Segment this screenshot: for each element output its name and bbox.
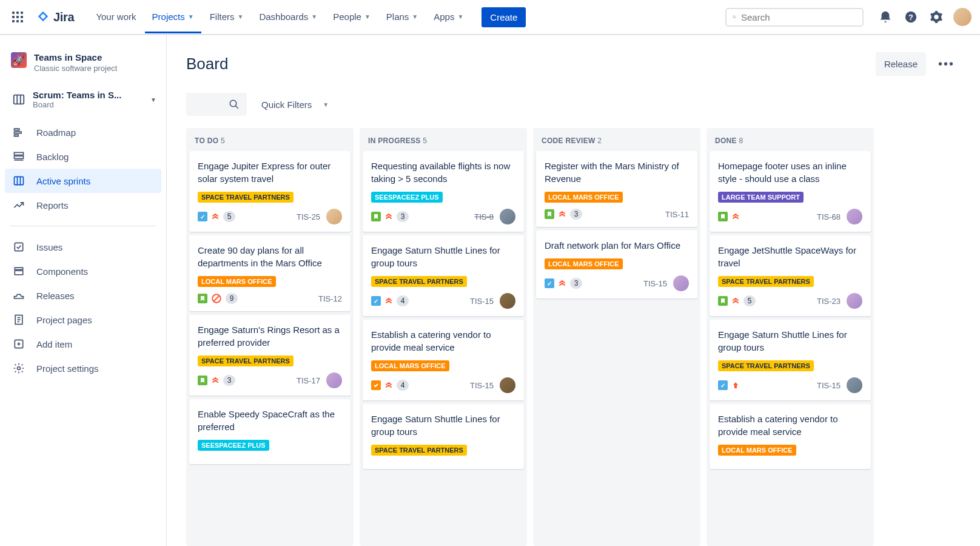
jira-logo[interactable]: Jira: [36, 10, 74, 24]
issue-key[interactable]: TIS-15: [817, 381, 841, 390]
quick-filters[interactable]: Quick Filters ▼: [261, 99, 329, 110]
issue-key[interactable]: TIS-23: [817, 297, 841, 306]
issue-key[interactable]: TIS-17: [297, 376, 320, 385]
issue-type-icon: ✓: [371, 296, 381, 306]
card-footer: ✓4TIS-15: [371, 293, 515, 309]
help-icon[interactable]: ?: [902, 8, 919, 25]
issue-key[interactable]: TIS-15: [470, 381, 494, 390]
issue-card[interactable]: Establish a catering vendor to provide m…: [710, 404, 871, 469]
issue-key[interactable]: TIS-15: [643, 279, 667, 288]
sidebar-item-releases[interactable]: Releases: [5, 283, 161, 308]
priority-icon: [384, 381, 393, 389]
issue-type-icon: [198, 294, 207, 303]
epic-label[interactable]: LOCAL MARS OFFICE: [198, 276, 276, 287]
nav-plans[interactable]: Plans▼: [379, 1, 425, 33]
epic-label[interactable]: SPACE TRAVEL PARTNERS: [198, 192, 294, 203]
card-title: Enable Speedy SpaceCraft as the preferre…: [198, 408, 342, 433]
svg-rect-16: [15, 243, 22, 251]
issue-key[interactable]: TIS-11: [665, 210, 689, 219]
page-title: Board: [186, 55, 228, 73]
more-button[interactable]: •••: [932, 52, 961, 76]
issue-card[interactable]: Register with the Mars Ministry of Reven…: [536, 151, 697, 227]
assignee-avatar[interactable]: [847, 293, 862, 309]
epic-label[interactable]: SPACE TRAVEL PARTNERS: [371, 445, 467, 456]
sidebar-item-components[interactable]: Components: [5, 259, 161, 283]
assignee-avatar[interactable]: [847, 377, 862, 393]
issue-card[interactable]: Homepage footer uses an inline style - s…: [710, 151, 871, 232]
issue-key[interactable]: TIS-12: [318, 294, 342, 303]
card-title: Engage Saturn Shuttle Lines for group to…: [718, 328, 862, 354]
epic-label[interactable]: SPACE TRAVEL PARTNERS: [718, 360, 814, 371]
svg-line-28: [235, 106, 238, 109]
assignee-avatar[interactable]: [673, 275, 689, 291]
nav-projects[interactable]: Projects▼: [145, 1, 201, 33]
assignee-avatar[interactable]: [500, 293, 515, 309]
issue-card[interactable]: Engage Saturn Shuttle Lines for group to…: [710, 320, 871, 400]
project-header[interactable]: 🚀 Teams in Space Classic software projec…: [5, 47, 161, 84]
sidebar-item-issues[interactable]: Issues: [5, 235, 161, 259]
sidebar-item-reports[interactable]: Reports: [5, 193, 161, 217]
nav-apps[interactable]: Apps▼: [426, 1, 471, 33]
issue-type-icon: [718, 296, 728, 306]
app-switcher-icon[interactable]: [8, 8, 27, 26]
release-button[interactable]: Release: [876, 52, 926, 76]
assignee-avatar[interactable]: [500, 209, 515, 224]
issue-card[interactable]: Engage Saturn Shuttle Lines for group to…: [363, 235, 524, 316]
epic-label[interactable]: LOCAL MARS OFFICE: [545, 258, 623, 269]
epic-label[interactable]: SPACE TRAVEL PARTNERS: [198, 356, 294, 366]
pages-icon: [12, 314, 25, 326]
nav-filters[interactable]: Filters▼: [203, 1, 251, 33]
epic-label[interactable]: SPACE TRAVEL PARTNERS: [371, 276, 467, 287]
svg-rect-9: [15, 135, 19, 136]
settings-icon[interactable]: [928, 8, 945, 25]
assignee-avatar[interactable]: [326, 372, 342, 388]
sidebar-item-roadmap[interactable]: Roadmap: [5, 120, 161, 144]
issue-key[interactable]: TIS-8: [474, 212, 494, 221]
issue-card[interactable]: Establish a catering vendor to provide m…: [363, 320, 524, 400]
assignee-avatar[interactable]: [500, 377, 515, 393]
issue-card[interactable]: Requesting available flights is now taki…: [363, 151, 524, 232]
epic-label[interactable]: SPACE TRAVEL PARTNERS: [718, 276, 814, 287]
issue-card[interactable]: Engage Jupiter Express for outer solar s…: [189, 151, 351, 232]
issue-key[interactable]: TIS-68: [817, 212, 841, 221]
column-header: DONE 8: [706, 128, 874, 151]
issue-key[interactable]: TIS-25: [297, 212, 320, 221]
search-input[interactable]: [741, 12, 856, 22]
epic-label[interactable]: LOCAL MARS OFFICE: [545, 192, 623, 203]
create-button[interactable]: Create: [482, 7, 526, 27]
epic-label[interactable]: SEESPACEEZ PLUS: [371, 192, 443, 203]
nav-people[interactable]: People▼: [326, 1, 378, 33]
nav-dashboards[interactable]: Dashboards▼: [252, 1, 324, 33]
assignee-avatar[interactable]: [326, 209, 342, 224]
issue-card[interactable]: Engage JetShuttle SpaceWays for travelSP…: [710, 235, 871, 316]
chevron-down-icon: ▼: [457, 13, 463, 20]
sidebar-item-project-pages[interactable]: Project pages: [5, 308, 161, 332]
sidebar-item-backlog[interactable]: Backlog: [5, 144, 161, 169]
nav-your-work[interactable]: Your work: [89, 1, 143, 33]
issue-card[interactable]: Enable Speedy SpaceCraft as the preferre…: [189, 399, 351, 464]
column-header: CODE REVIEW 2: [533, 128, 700, 151]
roadmap-icon: [12, 126, 25, 138]
story-points: 4: [397, 295, 409, 306]
global-search[interactable]: [725, 8, 864, 27]
epic-label[interactable]: LOCAL MARS OFFICE: [371, 360, 449, 371]
sidebar-item-active-sprints[interactable]: Active sprints: [5, 169, 161, 193]
epic-label[interactable]: LARGE TEAM SUPPORT: [718, 192, 804, 203]
board-selector[interactable]: Scrum: Teams in S... Board ▼: [5, 84, 161, 120]
epic-label[interactable]: SEESPACEEZ PLUS: [198, 440, 269, 451]
issue-key[interactable]: TIS-15: [470, 297, 494, 306]
board-columns: TO DO 5Engage Jupiter Express for outer …: [186, 128, 961, 546]
issue-card[interactable]: Draft network plan for Mars OfficeLOCAL …: [536, 231, 697, 298]
story-points: 5: [743, 295, 756, 306]
notifications-icon[interactable]: [877, 8, 894, 25]
issue-card[interactable]: Engage Saturn's Rings Resort as a prefer…: [189, 315, 351, 396]
board-search[interactable]: [186, 93, 247, 116]
sidebar-item-add-item[interactable]: Add item: [5, 332, 161, 356]
assignee-avatar[interactable]: [847, 209, 862, 224]
epic-label[interactable]: LOCAL MARS OFFICE: [718, 445, 796, 456]
issue-card[interactable]: Engage Saturn Shuttle Lines for group to…: [363, 404, 524, 469]
issue-card[interactable]: Create 90 day plans for all departments …: [189, 235, 351, 311]
board-icon: [12, 93, 25, 106]
profile-avatar[interactable]: [953, 8, 972, 26]
sidebar-item-project-settings[interactable]: Project settings: [5, 356, 161, 380]
